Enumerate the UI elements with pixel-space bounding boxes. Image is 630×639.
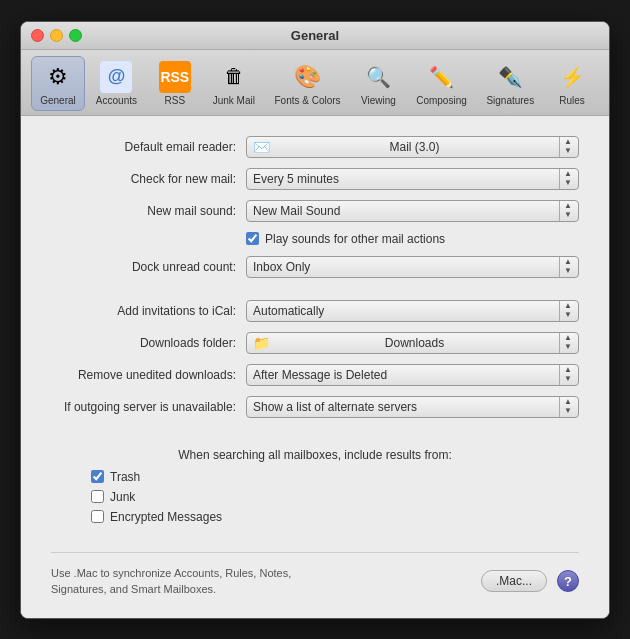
viewing-icon: 🔍 — [362, 61, 394, 93]
arrow-up-icon-5: ▲ — [564, 302, 572, 310]
downloads-folder-label: Downloads folder: — [51, 336, 246, 350]
arrow-up-icon-6: ▲ — [564, 334, 572, 342]
add-invitations-value: Automatically — [253, 304, 324, 318]
fonts-colors-icon: 🎨 — [292, 61, 324, 93]
checkboxes-group: Trash Junk Encrypted Messages — [61, 470, 569, 524]
arrow-down-icon-5: ▼ — [564, 311, 572, 319]
select-arrows-4: ▲ ▼ — [559, 257, 572, 277]
play-sounds-checkbox[interactable] — [246, 232, 259, 245]
dock-unread-value: Inbox Only — [253, 260, 310, 274]
toolbar-label-accounts: Accounts — [96, 95, 137, 106]
check-new-mail-control: Every 5 minutes ▲ ▼ — [246, 168, 579, 190]
toolbar-item-rss[interactable]: RSS RSS — [148, 56, 202, 111]
toolbar-label-general: General — [40, 95, 76, 106]
add-invitations-label: Add invitations to iCal: — [51, 304, 246, 318]
search-title: When searching all mailboxes, include re… — [61, 448, 569, 462]
arrow-up-icon-8: ▲ — [564, 398, 572, 406]
toolbar-item-general[interactable]: ⚙ General — [31, 56, 85, 111]
arrow-up-icon-4: ▲ — [564, 258, 572, 266]
folder-icon: 📁 — [253, 335, 270, 351]
encrypted-checkbox-row: Encrypted Messages — [91, 510, 569, 524]
remove-downloads-control: After Message is Deleted ▲ ▼ — [246, 364, 579, 386]
remove-downloads-select[interactable]: After Message is Deleted ▲ ▼ — [246, 364, 579, 386]
downloads-folder-select[interactable]: 📁 Downloads ▲ ▼ — [246, 332, 579, 354]
arrow-up-icon-2: ▲ — [564, 170, 572, 178]
arrow-down-icon-3: ▼ — [564, 211, 572, 219]
arrow-down-icon-2: ▼ — [564, 179, 572, 187]
toolbar-label-composing: Composing — [416, 95, 467, 106]
new-mail-sound-value: New Mail Sound — [253, 204, 340, 218]
play-sounds-row: Play sounds for other mail actions — [246, 232, 579, 246]
default-email-row: Default email reader: ✉️ Mail (3.0) ▲ ▼ — [51, 136, 579, 158]
bottom-text: Use .Mac to synchronize Accounts, Rules,… — [51, 565, 481, 598]
toolbar: ⚙ General @ Accounts RSS RSS 🗑 Junk Mail… — [21, 50, 609, 116]
arrow-down-icon-8: ▼ — [564, 407, 572, 415]
toolbar-item-composing[interactable]: ✏️ Composing — [407, 56, 475, 111]
toolbar-label-junk-mail: Junk Mail — [213, 95, 255, 106]
separator-2 — [51, 428, 579, 440]
new-mail-sound-select[interactable]: New Mail Sound ▲ ▼ — [246, 200, 579, 222]
dock-unread-label: Dock unread count: — [51, 260, 246, 274]
toolbar-item-accounts[interactable]: @ Accounts — [87, 56, 146, 111]
window: General ⚙ General @ Accounts RSS RSS 🗑 J… — [20, 21, 610, 619]
separator-3 — [51, 530, 579, 542]
downloads-folder-row: Downloads folder: 📁 Downloads ▲ ▼ — [51, 332, 579, 354]
close-button[interactable] — [31, 29, 44, 42]
check-new-mail-label: Check for new mail: — [51, 172, 246, 186]
outgoing-server-select[interactable]: Show a list of alternate servers ▲ ▼ — [246, 396, 579, 418]
select-arrows: ▲ ▼ — [559, 137, 572, 157]
default-email-label: Default email reader: — [51, 140, 246, 154]
new-mail-sound-label: New mail sound: — [51, 204, 246, 218]
bottom-section: Use .Mac to synchronize Accounts, Rules,… — [51, 552, 579, 598]
bottom-buttons: .Mac... ? — [481, 570, 579, 592]
trash-checkbox[interactable] — [91, 470, 104, 483]
default-email-control: ✉️ Mail (3.0) ▲ ▼ — [246, 136, 579, 158]
outgoing-server-value: Show a list of alternate servers — [253, 400, 417, 414]
add-invitations-select[interactable]: Automatically ▲ ▼ — [246, 300, 579, 322]
toolbar-label-viewing: Viewing — [361, 95, 396, 106]
new-mail-sound-row: New mail sound: New Mail Sound ▲ ▼ — [51, 200, 579, 222]
titlebar: General — [21, 22, 609, 50]
encrypted-label: Encrypted Messages — [110, 510, 222, 524]
general-icon: ⚙ — [42, 61, 74, 93]
traffic-lights — [31, 29, 82, 42]
mac-button[interactable]: .Mac... — [481, 570, 547, 592]
check-new-mail-value: Every 5 minutes — [253, 172, 339, 186]
add-invitations-row: Add invitations to iCal: Automatically ▲… — [51, 300, 579, 322]
junk-mail-icon: 🗑 — [218, 61, 250, 93]
content-area: Default email reader: ✉️ Mail (3.0) ▲ ▼ … — [21, 116, 609, 618]
select-arrows-2: ▲ ▼ — [559, 169, 572, 189]
check-new-mail-row: Check for new mail: Every 5 minutes ▲ ▼ — [51, 168, 579, 190]
toolbar-item-rules[interactable]: ⚡ Rules — [545, 56, 599, 111]
dock-unread-control: Inbox Only ▲ ▼ — [246, 256, 579, 278]
arrow-up-icon-3: ▲ — [564, 202, 572, 210]
toolbar-item-junk-mail[interactable]: 🗑 Junk Mail — [204, 56, 264, 111]
toolbar-label-rules: Rules — [559, 95, 585, 106]
check-new-mail-select[interactable]: Every 5 minutes ▲ ▼ — [246, 168, 579, 190]
toolbar-item-signatures[interactable]: ✒️ Signatures — [478, 56, 543, 111]
default-email-select[interactable]: ✉️ Mail (3.0) ▲ ▼ — [246, 136, 579, 158]
arrow-up-icon-7: ▲ — [564, 366, 572, 374]
arrow-down-icon-6: ▼ — [564, 343, 572, 351]
help-button[interactable]: ? — [557, 570, 579, 592]
remove-downloads-label: Remove unedited downloads: — [51, 368, 246, 382]
downloads-folder-value: Downloads — [385, 336, 444, 350]
composing-icon: ✏️ — [425, 61, 457, 93]
separator-1 — [51, 288, 579, 300]
arrow-down-icon: ▼ — [564, 147, 572, 155]
junk-checkbox[interactable] — [91, 490, 104, 503]
window-title: General — [291, 28, 339, 43]
dock-unread-row: Dock unread count: Inbox Only ▲ ▼ — [51, 256, 579, 278]
minimize-button[interactable] — [50, 29, 63, 42]
arrow-down-icon-7: ▼ — [564, 375, 572, 383]
rss-icon: RSS — [159, 61, 191, 93]
toolbar-item-fonts-colors[interactable]: 🎨 Fonts & Colors — [266, 56, 350, 111]
encrypted-checkbox[interactable] — [91, 510, 104, 523]
maximize-button[interactable] — [69, 29, 82, 42]
signatures-icon: ✒️ — [494, 61, 526, 93]
select-arrows-8: ▲ ▼ — [559, 397, 572, 417]
toolbar-item-viewing[interactable]: 🔍 Viewing — [351, 56, 405, 111]
search-section: When searching all mailboxes, include re… — [51, 448, 579, 524]
select-arrows-7: ▲ ▼ — [559, 365, 572, 385]
dock-unread-select[interactable]: Inbox Only ▲ ▼ — [246, 256, 579, 278]
